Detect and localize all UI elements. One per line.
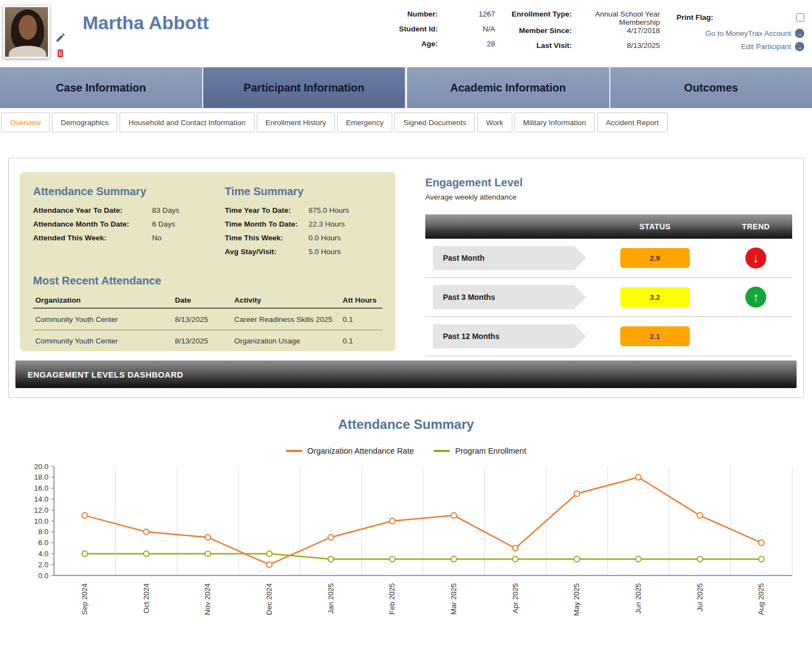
attendance-cell: 0.1 [340, 330, 382, 352]
trend-down-icon: ↓ [745, 248, 766, 268]
participant-header: Martha Abbott Number:1267Student Id:N/AA… [0, 0, 812, 67]
attendance-row: Community Youth Center8/13/2025Career Re… [33, 308, 382, 330]
main-tab-case-information[interactable]: Case Information [0, 67, 202, 108]
svg-text:Oct 2024: Oct 2024 [142, 583, 150, 614]
field-value: Annual School Year Membership [578, 10, 660, 26]
recent-attendance-table: OrganizationDateActivityAtt HoursCommuni… [33, 293, 382, 351]
participant-flags-links: Print Flag: Go to MoneyTrax Account → Ed… [676, 10, 804, 56]
sub-tab-work[interactable]: Work [477, 112, 512, 132]
attendance-summary-panel: Attendance Summary Attendance Year To Da… [20, 172, 396, 351]
delete-trash-icon[interactable] [55, 48, 66, 58]
svg-text:Nov 2024: Nov 2024 [203, 583, 212, 615]
field-label: Age: [421, 40, 438, 55]
photo-shirt [9, 46, 46, 58]
legend-label: Program Enrollment [455, 447, 526, 455]
sub-tab-household-and-contact-information[interactable]: Household and Contact Information [120, 112, 254, 132]
attendance-cell: Community Youth Center [33, 330, 173, 352]
edit-participant-link[interactable]: Edit Participant → [676, 42, 804, 51]
legend-item-program-enrollment: Program Enrollment [434, 447, 526, 455]
svg-text:Jun 2025: Jun 2025 [634, 583, 642, 614]
time-summary-title: Time Summary [225, 185, 382, 198]
svg-text:18.0: 18.0 [34, 473, 48, 481]
engagement-level-title: Engagement Level [425, 176, 792, 189]
svg-text:Feb 2025: Feb 2025 [388, 583, 396, 615]
main-tab-participant-information[interactable]: Participant Information [202, 67, 407, 108]
print-flag-label: Print Flag: [676, 13, 713, 21]
arrow-right-icon: → [795, 42, 804, 51]
field-row: Enrollment Type:Annual School Year Membe… [512, 10, 660, 26]
field-row: Time Month To Date:22.3 Hours [225, 220, 382, 228]
svg-text:Sep 2024: Sep 2024 [80, 583, 89, 615]
sub-tab-signed-documents[interactable]: Signed Documents [394, 112, 475, 132]
field-value: 0.0 Hours [308, 234, 341, 242]
attendance-cell: 0.1 [340, 308, 382, 330]
status-badge: 3.2 [620, 287, 690, 307]
field-label: Member Since: [519, 26, 572, 41]
sub-tab-accident-report[interactable]: Accident Report [597, 112, 668, 132]
svg-text:6.0: 6.0 [38, 539, 48, 547]
participant-name: Martha Abbott [83, 12, 209, 34]
field-row: Member Since:4/17/2018 [512, 26, 660, 41]
chart-legend: Organization Attendance RateProgram Enro… [0, 447, 812, 455]
field-label: Number: [407, 10, 438, 25]
engagement-table: STATUS TREND Past Month2.9↓Past 3 Months… [425, 214, 792, 356]
time-summary-block: Time Summary Time Year To Date:875.0 Hou… [225, 185, 382, 261]
moneytrax-account-link[interactable]: Go to MoneyTrax Account → [676, 29, 804, 38]
svg-text:Jul 2025: Jul 2025 [696, 583, 704, 611]
field-value: 5.0 Hours [308, 248, 341, 256]
sub-tab-military-information[interactable]: Military Information [515, 112, 595, 132]
svg-text:20.0: 20.0 [34, 463, 48, 471]
engagement-level-panel: Engagement Level Average weekly attendan… [425, 172, 792, 356]
print-flag-checkbox[interactable] [796, 13, 804, 21]
trend-up-icon: ↑ [745, 287, 766, 308]
photo-face [19, 15, 37, 40]
sub-tab-demographics[interactable]: Demographics [52, 112, 117, 132]
field-value: No [152, 234, 161, 242]
attendance-chart-section: Attendance Summary Organization Attendan… [0, 417, 812, 630]
field-value: 6 Days [152, 220, 175, 228]
svg-text:16.0: 16.0 [34, 484, 48, 492]
svg-text:Apr 2025: Apr 2025 [511, 583, 519, 614]
field-label: Time This Week: [225, 234, 308, 242]
sub-tab-enrollment-history[interactable]: Enrollment History [257, 112, 335, 132]
attendance-chart: 0.02.04.06.08.010.012.014.016.018.020.0S… [8, 459, 804, 627]
engagement-row: Past 3 Months3.2↑ [425, 278, 792, 317]
field-label: Attendance Month To Date: [33, 220, 152, 228]
field-row: Avg Stay/Visit:5.0 Hours [225, 248, 382, 256]
field-label: Time Month To Date: [225, 220, 308, 228]
field-value: 1267 [445, 10, 495, 25]
attendance-summary-title: Attendance Summary [33, 185, 225, 198]
main-tab-academic-information[interactable]: Academic Information [406, 67, 609, 108]
attendance-cell: 8/13/2025 [173, 308, 232, 330]
main-tab-outcomes[interactable]: Outcomes [609, 67, 812, 108]
edit-pencil-icon[interactable] [55, 32, 66, 43]
field-row: Attendance Year To Date:83 Days [33, 206, 225, 214]
column-header-organization: Organization [33, 293, 173, 308]
participant-info: Number:1267Student Id:N/AAge:28 Enrollme… [399, 6, 804, 56]
field-label: Attended This Week: [33, 234, 152, 242]
field-row: Time Year To Date:875.0 Hours [225, 206, 382, 214]
sub-tab-emergency[interactable]: Emergency [337, 112, 392, 132]
sub-nav-tabs: OverviewDemographicsHousehold and Contac… [0, 108, 812, 132]
svg-text:12.0: 12.0 [34, 506, 48, 514]
trend-column-header: TREND [742, 222, 770, 231]
sub-tab-overview[interactable]: Overview [1, 112, 50, 132]
engagement-levels-dashboard-bar: ENGAGEMENT LEVELS DASHBOARD [15, 361, 797, 388]
field-row: Number:1267 [399, 10, 495, 25]
field-label: Avg Stay/Visit: [225, 248, 308, 256]
engagement-row: Past Month2.9↓ [425, 239, 792, 278]
legend-item-organization-attendance-rate: Organization Attendance Rate [286, 447, 414, 455]
participant-photo [3, 6, 50, 58]
field-label: Attendance Year To Date: [33, 206, 152, 214]
attendance-cell: 8/13/2025 [173, 330, 232, 352]
legend-color-swatch [286, 450, 302, 452]
svg-text:Jan 2025: Jan 2025 [327, 583, 335, 614]
field-label: Time Year To Date: [225, 206, 308, 214]
svg-text:May 2025: May 2025 [572, 583, 581, 616]
field-row: Time This Week:0.0 Hours [225, 234, 382, 242]
svg-text:Aug 2025: Aug 2025 [757, 583, 765, 615]
svg-text:14.0: 14.0 [34, 495, 48, 503]
status-column-header: STATUS [640, 222, 671, 231]
column-header-activity: Activity [232, 293, 340, 308]
svg-text:10.0: 10.0 [34, 517, 48, 525]
